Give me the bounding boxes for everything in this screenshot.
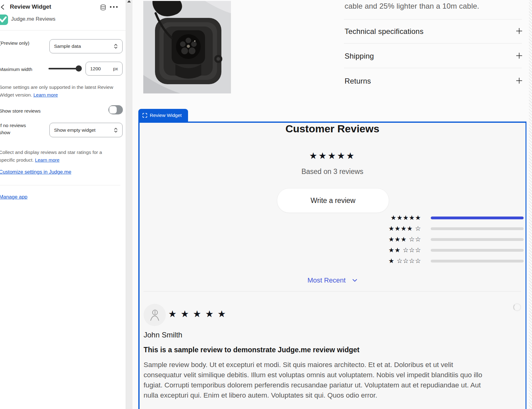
preview-data-select-value: Sample data xyxy=(54,43,114,49)
accordion-shipping[interactable]: Shipping xyxy=(345,52,374,60)
review-widget-selection-tab[interactable]: Review Widget xyxy=(138,109,188,122)
more-options-icon[interactable] xyxy=(110,6,118,8)
customer-reviews-heading: Customer Reviews xyxy=(139,123,526,135)
divider xyxy=(144,291,521,291)
divider xyxy=(344,68,522,68)
max-width-slider-knob[interactable] xyxy=(76,65,82,72)
toggle-knob xyxy=(109,106,117,114)
review-title: This is a sample review to demonstrate J… xyxy=(144,346,359,354)
database-icon[interactable] xyxy=(100,4,107,11)
selection-frame-border xyxy=(138,122,526,123)
divider xyxy=(344,43,522,43)
scroll-up-arrow-icon[interactable] xyxy=(127,0,131,2)
judgeme-logo-icon xyxy=(0,14,8,25)
review-count-text: Based on 3 reviews xyxy=(139,167,526,176)
divider xyxy=(344,19,522,19)
max-width-unit: px xyxy=(113,66,118,71)
block-description: Collect and display reviews and star rat… xyxy=(0,149,115,164)
review-body: Sample review body. Ut et excepturi et m… xyxy=(144,360,490,400)
write-review-button[interactable]: Write a review xyxy=(277,188,389,213)
reviewer-name: John Smilth xyxy=(144,331,182,339)
review-rating-stars: ★★★★★ xyxy=(168,308,230,319)
rating-row-stars: ★ ☆☆☆☆ xyxy=(373,257,421,265)
settings-panel: Review Widget Judge.me Reviews (Preview … xyxy=(0,0,126,409)
version-note: Some settings are only supported in the … xyxy=(0,84,115,99)
canvas-edge-stripes xyxy=(529,0,532,409)
loading-spinner-icon xyxy=(513,303,521,311)
show-store-reviews-label: Show store reviews xyxy=(0,107,40,114)
accordion-technical-specifications[interactable]: Technical specifications xyxy=(345,27,424,36)
select-stepper-icon xyxy=(114,43,118,49)
rating-row-stars: ★★ ☆☆☆ xyxy=(373,246,421,254)
back-chevron-icon[interactable] xyxy=(0,4,5,10)
sort-dropdown[interactable]: Most Recent xyxy=(139,276,526,284)
average-rating-stars: ★★★★★ xyxy=(139,151,526,161)
rating-bar-row-1[interactable]: ★ ☆☆☆☆ (0) xyxy=(132,256,529,266)
rating-bar-row-2[interactable]: ★★ ☆☆☆ (0) xyxy=(132,245,529,255)
chevron-down-icon xyxy=(352,279,357,282)
block-selection-icon xyxy=(142,113,147,118)
description-learn-more-link[interactable]: Learn more xyxy=(35,157,59,163)
panel-title: Review Widget xyxy=(10,3,51,10)
rating-bar-track xyxy=(431,249,524,252)
rating-bar-fill xyxy=(431,217,524,219)
rating-bar-row-4[interactable]: ★★★★ ☆ (0) xyxy=(132,223,529,234)
if-no-reviews-label: If no reviewsshow xyxy=(0,122,26,136)
divider xyxy=(0,185,120,185)
rating-bar-track xyxy=(431,238,524,241)
product-image xyxy=(143,1,231,93)
reviewer-avatar xyxy=(144,304,166,326)
rating-bar-row-3[interactable]: ★★★ ☆☆ (0) xyxy=(132,234,529,245)
rating-row-stars: ★★★★★ xyxy=(373,214,421,221)
selection-tab-label: Review Widget xyxy=(150,113,182,118)
rating-row-stars: ★★★ ☆☆ xyxy=(373,236,421,243)
rating-bar-row-5[interactable]: ★★★★★ (3) xyxy=(132,213,529,223)
select-stepper-icon xyxy=(114,127,118,133)
panel-scrollbar[interactable] xyxy=(126,0,132,409)
theme-editor-screen: Review Widget Judge.me Reviews (Preview … xyxy=(0,0,532,409)
max-width-value: 1200 xyxy=(90,66,113,72)
plus-icon[interactable] xyxy=(516,77,522,84)
sort-dropdown-value: Most Recent xyxy=(308,276,346,284)
manage-app-link[interactable]: Manage app xyxy=(0,194,27,200)
accordion-returns[interactable]: Returns xyxy=(345,77,371,85)
no-reviews-select-value: Show empty widget xyxy=(54,127,114,133)
plus-icon[interactable] xyxy=(516,52,522,59)
preview-data-select[interactable]: Sample data xyxy=(49,39,123,53)
divider xyxy=(0,30,126,31)
version-note-learn-more-link[interactable]: Learn more xyxy=(33,92,58,97)
rating-bar-track xyxy=(431,217,524,219)
show-store-reviews-toggle[interactable] xyxy=(108,105,123,114)
customize-settings-link[interactable]: Customize settings in Judge.me xyxy=(0,169,71,175)
rating-bar-track xyxy=(431,260,524,262)
preview-only-label: (Preview only) xyxy=(0,39,29,47)
app-name-label: Judge.me Reviews xyxy=(11,16,56,22)
no-reviews-select[interactable]: Show empty widget xyxy=(49,123,123,137)
rating-bar-track xyxy=(431,227,524,230)
max-width-label: Maximum width xyxy=(0,66,32,73)
rating-row-stars: ★★★★ ☆ xyxy=(373,225,421,232)
max-width-input[interactable]: 1200 px xyxy=(86,62,123,76)
product-description-text: cable and 25% lighter than a 10m cable. xyxy=(345,2,479,10)
plus-icon[interactable] xyxy=(516,28,522,34)
person-icon xyxy=(149,309,160,321)
